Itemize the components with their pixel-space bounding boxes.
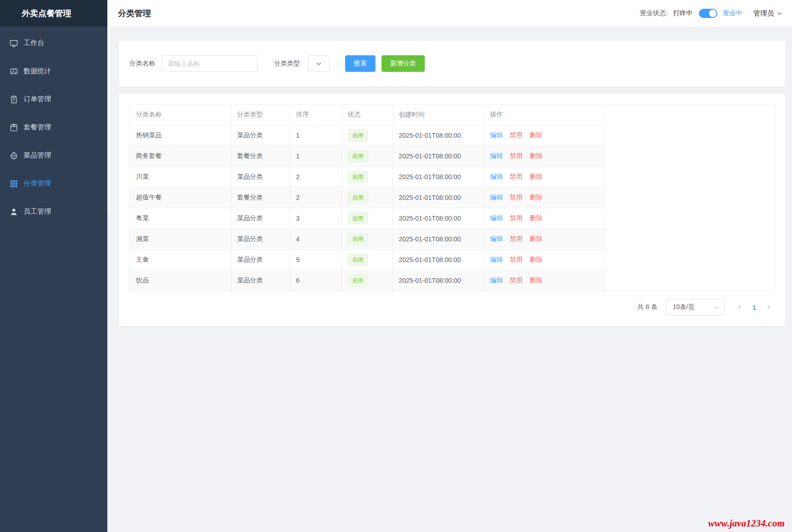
page-size-select[interactable]: 10条/页 <box>666 299 725 316</box>
delete-link[interactable]: 删除 <box>530 173 543 180</box>
sidebar-item-workbench[interactable]: 工作台 <box>0 29 107 57</box>
sidebar-item-combos[interactable]: 套餐管理 <box>0 113 107 141</box>
sidebar-item-label: 工作台 <box>23 39 44 47</box>
cell-name: 粤菜 <box>130 208 231 228</box>
table-row: 粤菜 菜品分类 3 启用 2025-01-01T08:00:00 编辑禁用删除 <box>130 208 775 228</box>
status-badge: 启用 <box>348 192 368 204</box>
cell-name: 热销菜品 <box>130 125 231 146</box>
status-open-label: 营业中 <box>723 9 742 18</box>
delete-link[interactable]: 删除 <box>530 276 543 284</box>
business-status-toggle[interactable] <box>699 9 717 18</box>
edit-link[interactable]: 编辑 <box>490 131 503 139</box>
table-row: 商务套餐 套餐分类 1 启用 2025-01-01T08:00:00 编辑禁用删… <box>130 146 775 166</box>
edit-link[interactable]: 编辑 <box>490 235 503 242</box>
disable-link[interactable]: 禁用 <box>510 214 523 222</box>
table-row: 湘菜 菜品分类 4 启用 2025-01-01T08:00:00 编辑禁用删除 <box>130 228 775 249</box>
pagination-total: 共 8 条 <box>637 303 657 311</box>
clipboard-icon <box>9 95 18 104</box>
edit-link[interactable]: 编辑 <box>490 214 503 222</box>
delete-link[interactable]: 删除 <box>530 214 543 222</box>
cell-sort: 6 <box>290 270 341 291</box>
edit-link[interactable]: 编辑 <box>490 276 503 284</box>
chevron-down-icon <box>713 304 720 310</box>
edit-link[interactable]: 编辑 <box>490 152 503 159</box>
chevron-down-icon <box>316 60 322 67</box>
watermark: www.java1234.com <box>708 518 785 529</box>
sidebar-item-label: 订单管理 <box>23 95 51 104</box>
disable-link[interactable]: 禁用 <box>510 131 523 139</box>
sidebar-item-dishes[interactable]: 菜品管理 <box>0 141 107 170</box>
col-created: 创建时间 <box>393 105 484 125</box>
sidebar-item-employees[interactable]: 员工管理 <box>0 198 107 226</box>
cell-name: 主食 <box>130 249 231 270</box>
grid-icon <box>9 179 18 188</box>
sidebar-item-label: 数据统计 <box>23 67 51 76</box>
prev-page-button[interactable] <box>733 300 747 314</box>
sidebar-menu: 工作台 数据统计 订单管理 套餐管理 菜品管理 <box>0 27 107 226</box>
sidebar-item-label: 分类管理 <box>23 179 51 188</box>
edit-link[interactable]: 编辑 <box>490 173 503 180</box>
sidebar-scrollbar[interactable] <box>107 27 110 216</box>
cell-created: 2025-01-01T08:00:00 <box>393 208 484 228</box>
col-filler <box>605 105 775 125</box>
disable-link[interactable]: 禁用 <box>510 235 523 242</box>
table-row: 主食 菜品分类 5 启用 2025-01-01T08:00:00 编辑禁用删除 <box>130 249 775 270</box>
search-button[interactable]: 搜索 <box>345 55 375 72</box>
user-menu[interactable]: 管理员 <box>753 9 783 18</box>
bowl-icon <box>9 151 18 160</box>
status-closed-label: 打烊中 <box>673 9 692 18</box>
delete-link[interactable]: 删除 <box>530 235 543 242</box>
cell-type: 菜品分类 <box>231 166 290 187</box>
disable-link[interactable]: 禁用 <box>510 276 523 284</box>
next-page-button[interactable] <box>762 300 775 314</box>
cell-sort: 3 <box>290 208 341 228</box>
cell-type: 菜品分类 <box>231 125 290 146</box>
cell-created: 2025-01-01T08:00:00 <box>393 187 484 208</box>
delete-link[interactable]: 删除 <box>530 193 543 201</box>
cell-name: 川菜 <box>130 166 231 187</box>
disable-link[interactable]: 禁用 <box>510 173 523 180</box>
page-title: 分类管理 <box>118 8 151 19</box>
status-badge: 启用 <box>348 233 368 245</box>
edit-link[interactable]: 编辑 <box>490 256 503 263</box>
categories-table: 分类名称 分类类型 排序 状态 创建时间 操作 热销菜品 菜品分类 <box>130 105 775 291</box>
sidebar-item-categories[interactable]: 分类管理 <box>0 170 107 198</box>
category-name-input[interactable] <box>162 55 258 72</box>
status-badge: 启用 <box>348 212 368 224</box>
sidebar-item-label: 套餐管理 <box>23 123 51 132</box>
cell-sort: 2 <box>290 166 341 187</box>
delete-link[interactable]: 删除 <box>530 152 543 159</box>
sidebar-item-orders[interactable]: 订单管理 <box>0 85 107 113</box>
status-badge: 启用 <box>348 254 368 266</box>
cell-created: 2025-01-01T08:00:00 <box>393 125 484 146</box>
app-title: 外卖点餐管理 <box>0 0 107 27</box>
disable-link[interactable]: 禁用 <box>510 152 523 159</box>
table-row: 川菜 菜品分类 2 启用 2025-01-01T08:00:00 编辑禁用删除 <box>130 166 775 187</box>
status-badge: 启用 <box>348 129 368 141</box>
disable-link[interactable]: 禁用 <box>510 256 523 263</box>
cell-created: 2025-01-01T08:00:00 <box>393 249 484 270</box>
delete-link[interactable]: 删除 <box>530 256 543 263</box>
table-row: 热销菜品 菜品分类 1 启用 2025-01-01T08:00:00 编辑禁用删… <box>130 125 775 146</box>
col-actions: 操作 <box>484 105 605 125</box>
sidebar-item-label: 员工管理 <box>23 207 51 216</box>
package-icon <box>9 123 18 132</box>
page-size-value: 10条/页 <box>673 303 694 311</box>
add-category-button[interactable]: 新增分类 <box>381 55 425 72</box>
content-area: 分类名称 分类类型 搜索 新增分类 分类名称 <box>107 27 792 532</box>
toggle-knob <box>709 10 716 17</box>
cell-type: 菜品分类 <box>231 228 290 249</box>
sidebar-item-statistics[interactable]: 数据统计 <box>0 57 107 85</box>
delete-link[interactable]: 删除 <box>530 131 543 139</box>
table-panel: 分类名称 分类类型 排序 状态 创建时间 操作 热销菜品 菜品分类 <box>119 94 786 326</box>
page-number[interactable]: 1 <box>747 304 762 311</box>
table-header-row: 分类名称 分类类型 排序 状态 创建时间 操作 <box>130 105 775 125</box>
cell-type: 菜品分类 <box>231 208 290 228</box>
cell-type: 菜品分类 <box>231 249 290 270</box>
category-type-select[interactable] <box>308 55 329 72</box>
edit-link[interactable]: 编辑 <box>490 193 503 201</box>
cell-sort: 1 <box>290 125 341 146</box>
disable-link[interactable]: 禁用 <box>510 193 523 201</box>
monitor-icon <box>9 39 18 48</box>
cell-type: 套餐分类 <box>231 187 290 208</box>
